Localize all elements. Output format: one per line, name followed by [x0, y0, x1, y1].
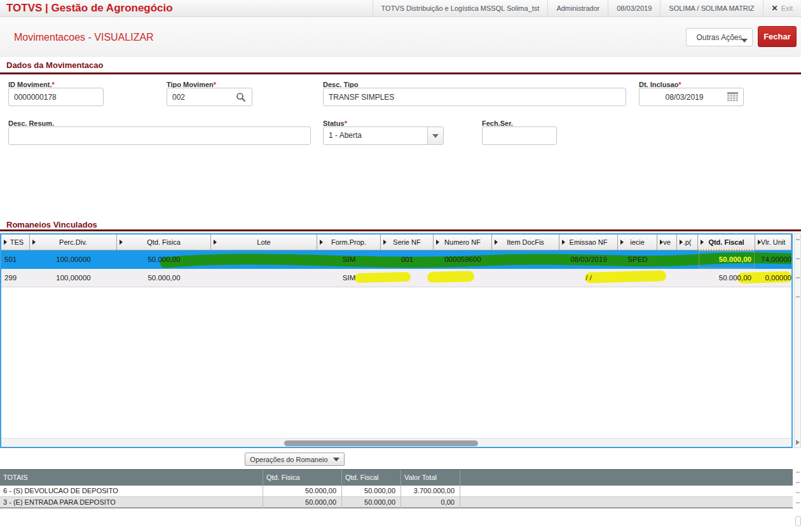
- totals-valor-total: 3.700.000,00: [400, 486, 460, 497]
- grid-horizontal-scrollbar[interactable]: [1, 438, 791, 447]
- cell-emissao-nf[interactable]: 08/03/2019: [559, 250, 618, 269]
- fech-ser-field[interactable]: [482, 126, 557, 145]
- chevron-down-icon: [333, 458, 339, 461]
- cell-form-prop[interactable]: SIM: [317, 269, 381, 287]
- column-arrow-icon: [32, 240, 36, 245]
- user-label: Administrador: [547, 0, 608, 17]
- totals-mini-scrollbar[interactable]: [795, 470, 800, 510]
- cell-tes[interactable]: 501: [1, 250, 30, 269]
- totals-row-label: 6 - (S) DEVOLUCAO DE DEPOSITO: [0, 486, 263, 497]
- cell-qtd-fisica[interactable]: 50.000,00: [117, 250, 211, 269]
- column-header-especie[interactable]: iecie: [618, 235, 657, 250]
- column-header-tes[interactable]: TES: [1, 235, 30, 250]
- scroll-tick: [796, 296, 800, 297]
- column-header-perc-div[interactable]: Perc.Div.: [30, 235, 117, 250]
- scroll-tick: [796, 472, 800, 473]
- scroll-tick: [796, 277, 800, 278]
- section-rule: [0, 72, 801, 74]
- totals-qtd-fisica: 50.000,00: [263, 486, 341, 497]
- column-arrow-icon: [620, 240, 624, 245]
- chevron-down-icon: [432, 134, 439, 138]
- cell-serie-nf[interactable]: [381, 269, 434, 287]
- column-header-serie-nf[interactable]: Serie NF: [381, 235, 434, 250]
- totals-row: 6 - (S) DEVOLUCAO DE DEPOSITO 50.000,00 …: [0, 486, 793, 497]
- cell-qtd-fiscal-focused[interactable]: 50.000,00: [698, 250, 755, 269]
- cell-especie[interactable]: [618, 269, 657, 287]
- column-arrow-icon: [562, 240, 565, 245]
- cell-ve[interactable]: [657, 250, 677, 269]
- totals-empty-cell: [460, 497, 793, 508]
- cell-especie[interactable]: SPED: [618, 250, 657, 269]
- cell-qtd-fisica[interactable]: 50.000,00: [117, 269, 211, 287]
- cell-emissao-nf[interactable]: / /: [559, 269, 618, 287]
- cell-numero-nf[interactable]: 000059600: [434, 250, 492, 269]
- cell-item-docfis[interactable]: [492, 269, 559, 287]
- totals-table: TOTAIS Qtd. Fisica Qtd. Fiscal Valor Tot…: [0, 469, 793, 508]
- column-header-numero-nf[interactable]: Numero NF: [434, 235, 492, 250]
- scroll-tick: [796, 502, 800, 503]
- scrollbar-thumb[interactable]: [284, 440, 478, 446]
- totals-qtd-fiscal: 50.000,00: [341, 486, 400, 497]
- column-header-form-prop[interactable]: Form.Prop.: [317, 235, 381, 250]
- cell-qtd-fiscal[interactable]: 50.000,00: [698, 269, 755, 287]
- column-arrow-icon: [495, 240, 498, 245]
- grid-row[interactable]: 299 100,00000 50.000,00 SIM / / 50.000,0…: [1, 269, 791, 287]
- grid-header-row: TES Perc.Div. Qtd. Fisica Lote Form.Prop…: [1, 235, 791, 250]
- romaneios-grid: TES Perc.Div. Qtd. Fisica Lote Form.Prop…: [0, 233, 793, 448]
- column-header-ve[interactable]: ve: [657, 235, 677, 250]
- desc-tipo-field[interactable]: [323, 88, 626, 106]
- app-window: TOTVS | Gestão de Agronegócio TOTVS Dist…: [0, 0, 801, 532]
- column-header-vlr-unit[interactable]: Vlr. Unit: [755, 235, 791, 250]
- cell-lote[interactable]: [211, 250, 317, 269]
- grid-row-selected[interactable]: 501 100,00000 50.000,00 SIM 001 00005960…: [1, 250, 791, 269]
- column-header-lote[interactable]: Lote: [211, 235, 317, 250]
- cell-vlr-unit[interactable]: 74,00000: [755, 250, 791, 269]
- column-header-item-docfis[interactable]: Item DocFis: [492, 235, 559, 250]
- column-header-p[interactable]: .p(: [677, 235, 698, 250]
- column-arrow-icon: [120, 240, 123, 245]
- cell-serie-nf[interactable]: 001: [381, 250, 434, 269]
- cell-p[interactable]: [677, 269, 698, 287]
- column-header-qtd-fisica[interactable]: Qtd. Fisica: [117, 235, 211, 250]
- totals-valor-total: 0,00: [400, 497, 460, 508]
- grid-vertical-scrollbar[interactable]: [794, 233, 801, 448]
- scroll-tick: [796, 258, 800, 259]
- operacoes-romaneio-button[interactable]: Operações do Romaneio: [245, 453, 345, 466]
- status-select[interactable]: 1 - Aberta: [323, 126, 444, 145]
- scroll-right-icon[interactable]: [796, 440, 800, 445]
- environment-label: TOTVS Distribuição e Logística MSSQL Sol…: [373, 0, 548, 17]
- status-dropdown-button[interactable]: [427, 127, 443, 144]
- cell-item-docfis[interactable]: [492, 250, 559, 269]
- desc-resum-field[interactable]: [8, 126, 311, 145]
- cell-lote[interactable]: [211, 269, 317, 287]
- cell-form-prop[interactable]: SIM: [317, 250, 381, 269]
- close-icon: ✕: [772, 4, 778, 13]
- cell-p[interactable]: [677, 250, 698, 269]
- cell-tes[interactable]: 299: [1, 269, 30, 287]
- session-date: 08/03/2019: [608, 0, 660, 17]
- column-header-emissao-nf[interactable]: Emissao NF: [559, 235, 618, 250]
- column-header-qtd-fiscal[interactable]: Qtd. Fiscal: [698, 235, 755, 250]
- close-form-button[interactable]: Fechar: [758, 26, 797, 47]
- scrollbar-handle[interactable]: [795, 516, 801, 526]
- calendar-icon[interactable]: [727, 92, 738, 102]
- section-title-romaneios: Romaneios Vinculados: [6, 220, 97, 229]
- search-icon[interactable]: [236, 92, 246, 102]
- top-bar: TOTVS | Gestão de Agronegócio TOTVS Dist…: [0, 0, 801, 17]
- exit-button[interactable]: ✕ Exit: [763, 0, 801, 17]
- column-arrow-icon: [436, 240, 439, 245]
- cell-perc-div[interactable]: 100,00000: [30, 250, 117, 269]
- totals-header-qtd-fiscal: Qtd. Fiscal: [341, 470, 400, 486]
- column-arrow-icon: [660, 240, 663, 245]
- column-arrow-icon: [680, 240, 683, 245]
- id-moviment-field[interactable]: [8, 88, 104, 106]
- cell-numero-nf[interactable]: [434, 269, 492, 287]
- cell-vlr-unit[interactable]: 0,00000: [755, 269, 791, 287]
- scroll-tick: [796, 492, 800, 493]
- cell-perc-div[interactable]: 100,00000: [30, 269, 117, 287]
- column-arrow-icon: [701, 240, 704, 245]
- other-actions-button[interactable]: Outras Ações: [686, 28, 753, 46]
- column-arrow-icon: [214, 240, 217, 245]
- cell-ve[interactable]: [657, 269, 677, 287]
- section-rule: [0, 229, 801, 231]
